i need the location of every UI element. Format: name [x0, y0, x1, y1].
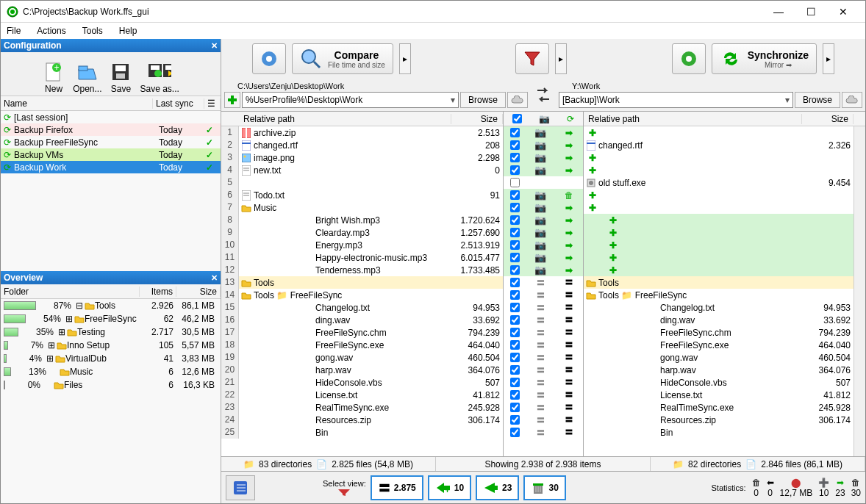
left-browse-button[interactable]: Browse	[460, 92, 506, 108]
overview-list[interactable]: 87%⊟Tools2.92686,1 MB54%⊞FreeFileSync624…	[1, 299, 221, 392]
close-icon[interactable]: ✕	[211, 41, 218, 51]
file-row[interactable]: ✚	[584, 189, 854, 201]
action-row[interactable]: 〓〓	[504, 376, 583, 389]
file-row[interactable]: RealTimeSync.exe245.928	[584, 401, 854, 414]
overview-row[interactable]: 54%⊞FreeFileSync6246,2 MB	[1, 312, 221, 325]
filter-button[interactable]	[515, 43, 549, 74]
session-row[interactable]: ⟳Backup FreeFileSyncToday✓	[1, 136, 221, 148]
file-row[interactable]: 21HideConsole.vbs507	[221, 376, 503, 389]
compare-dropdown[interactable]: ▸	[399, 43, 411, 74]
close-button[interactable]: ✕	[827, 1, 859, 22]
overview-row[interactable]: 13%Music612,6 MB	[1, 365, 221, 378]
filter-dropdown[interactable]: ▸	[555, 43, 567, 74]
file-row[interactable]: 20harp.wav364.076	[221, 364, 503, 376]
file-row[interactable]: Tools	[584, 276, 854, 289]
view-equal-button[interactable]: 〓2.875	[371, 475, 423, 500]
file-row[interactable]: 19gong.wav460.504	[221, 351, 503, 364]
file-row[interactable]: gong.wav460.504	[584, 351, 854, 364]
overview-row[interactable]: 0%Files616,3 KB	[1, 378, 221, 392]
action-row[interactable]: 〓〓	[504, 289, 583, 301]
view-create-button[interactable]: 23	[476, 475, 519, 500]
action-row[interactable]: 📷🗑	[504, 189, 583, 201]
category-icon[interactable]: 📷	[539, 114, 550, 124]
col-options-icon[interactable]: ☰	[204, 98, 221, 109]
synchronize-button[interactable]: SynchronizeMirror ➡	[712, 43, 817, 74]
action-row[interactable]: 〓〓	[504, 389, 583, 401]
file-row[interactable]: 5	[221, 176, 503, 189]
session-row[interactable]: ⟳[Last session]	[1, 111, 221, 123]
overview-row[interactable]: 7%⊞Inno Setup1055,57 MB	[1, 339, 221, 352]
overview-row[interactable]: 4%⊞VirtualDub413,83 MB	[1, 352, 221, 365]
right-file-grid[interactable]: Relative pathSize ✚changed.rtf2.326✚✚old…	[584, 112, 865, 456]
file-row[interactable]: 12Tenderness.mp31.733.485	[221, 264, 503, 276]
action-row[interactable]: 📷➡	[504, 214, 583, 226]
file-row[interactable]: 23RealTimeSync.exe245.928	[221, 401, 503, 414]
action-row[interactable]: 〓〓	[504, 426, 583, 439]
saveas-button[interactable]: Save as...	[138, 59, 180, 96]
left-cloud-button[interactable]	[507, 92, 528, 108]
file-row[interactable]: 17?FreeFileSync.chm794.239	[221, 326, 503, 339]
maximize-button[interactable]: ☐	[795, 1, 827, 22]
file-row[interactable]: 1archive.zip2.513	[221, 126, 503, 139]
file-row[interactable]: 13Tools	[221, 276, 503, 289]
file-row[interactable]: ding.wav33.692	[584, 314, 854, 326]
file-row[interactable]: Bin	[584, 426, 854, 439]
action-row[interactable]: 📷➡	[504, 126, 583, 139]
file-row[interactable]: 7Music	[221, 201, 503, 214]
scrollbar[interactable]	[854, 126, 865, 456]
swap-sides-button[interactable]	[531, 80, 556, 109]
action-row[interactable]: 〓〓	[504, 351, 583, 364]
file-row[interactable]: 4new.txt0	[221, 164, 503, 176]
action-row[interactable]: 〓〓	[504, 314, 583, 326]
file-row[interactable]: 14Tools 📁 FreeFileSync	[221, 289, 503, 301]
add-pair-button[interactable]	[224, 92, 240, 108]
action-row[interactable]: 〓〓	[504, 339, 583, 351]
file-row[interactable]: ✚	[584, 214, 854, 226]
file-row[interactable]: ✚	[584, 239, 854, 251]
action-row[interactable]: 📷➡	[504, 139, 583, 151]
select-all-checkbox[interactable]	[512, 114, 522, 123]
file-row[interactable]: ✚	[584, 264, 854, 276]
file-row[interactable]: HideConsole.vbs507	[584, 376, 854, 389]
action-row[interactable]: 📷➡	[504, 151, 583, 164]
compare-settings-button[interactable]	[252, 43, 286, 74]
overview-row[interactable]: 87%⊟Tools2.92686,1 MB	[1, 299, 221, 312]
file-row[interactable]: ?FreeFileSync.chm794.239	[584, 326, 854, 339]
file-row[interactable]: Resources.zip306.174	[584, 414, 854, 426]
action-row[interactable]: 〓〓	[504, 276, 583, 289]
file-row[interactable]: 10Energy.mp32.513.919	[221, 239, 503, 251]
action-icon[interactable]: ⟳	[567, 114, 574, 124]
right-cloud-button[interactable]	[842, 92, 862, 108]
session-row[interactable]: ⟳Backup VMsToday✓	[1, 148, 221, 161]
file-row[interactable]: 15Changelog.txt94.953	[221, 301, 503, 314]
open-button[interactable]: Open...	[71, 59, 103, 96]
save-button[interactable]: Save	[107, 59, 134, 96]
file-row[interactable]: 18FreeFileSync.exe464.040	[221, 339, 503, 351]
file-row[interactable]: 3image.png2.298	[221, 151, 503, 164]
menu-tools[interactable]: Tools	[79, 24, 106, 37]
action-row[interactable]: 📷➡	[504, 264, 583, 276]
log-button[interactable]	[226, 475, 255, 500]
file-row[interactable]: ✚	[584, 164, 854, 176]
action-row[interactable]: 〓〓	[504, 364, 583, 376]
file-row[interactable]: 16ding.wav33.692	[221, 314, 503, 326]
action-row[interactable]: 〓〓	[504, 414, 583, 426]
sync-dropdown[interactable]: ▸	[823, 43, 834, 74]
file-row[interactable]: ✚	[584, 226, 854, 239]
file-row[interactable]: 24Resources.zip306.174	[221, 414, 503, 426]
compare-button[interactable]: CompareFile time and size	[292, 43, 393, 74]
file-row[interactable]: 2changed.rtf208	[221, 139, 503, 151]
file-row[interactable]: FreeFileSync.exe464.040	[584, 339, 854, 351]
action-row[interactable]: 〓〓	[504, 326, 583, 339]
file-row[interactable]: old stuff.exe9.454	[584, 176, 854, 189]
right-browse-button[interactable]: Browse	[795, 92, 840, 108]
col-name[interactable]: Name	[1, 98, 153, 109]
view-update-button[interactable]: +10	[428, 475, 471, 500]
file-row[interactable]: changed.rtf2.326	[584, 139, 854, 151]
middle-action-grid[interactable]: 📷 ⟳ 📷➡📷➡📷➡📷➡📷🗑📷➡📷➡📷➡📷➡📷➡📷➡〓〓〓〓〓〓〓〓〓〓〓〓〓〓…	[503, 112, 584, 456]
file-row[interactable]: 25Bin	[221, 426, 503, 439]
session-row[interactable]: ⟳Backup FirefoxToday✓	[1, 123, 221, 136]
file-row[interactable]: Tools 📁 FreeFileSync	[584, 289, 854, 301]
action-row[interactable]: 📷➡	[504, 251, 583, 264]
file-row[interactable]: harp.wav364.076	[584, 364, 854, 376]
